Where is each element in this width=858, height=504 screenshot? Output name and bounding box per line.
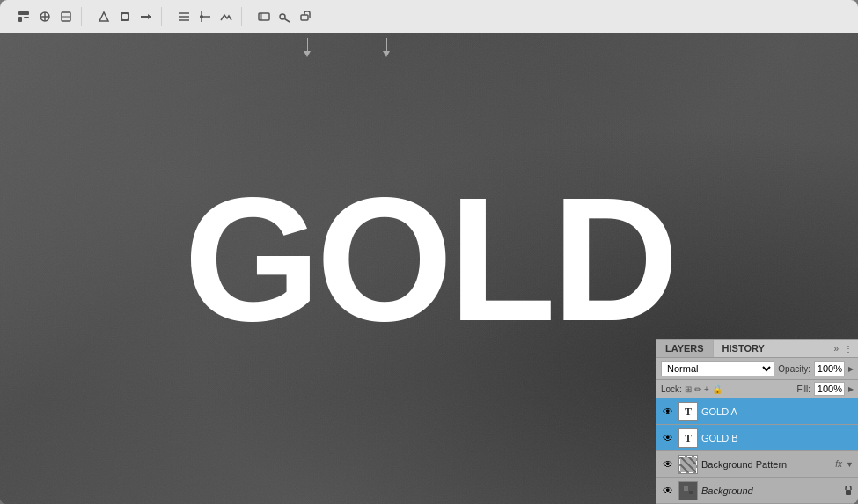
toolbar-group-1 xyxy=(9,7,82,26)
svg-rect-31 xyxy=(684,486,688,491)
svg-rect-33 xyxy=(846,490,851,495)
lock-all-icon[interactable]: 🔒 xyxy=(712,384,722,394)
svg-rect-23 xyxy=(301,15,308,20)
opacity-arrow-icon[interactable]: ▶ xyxy=(848,365,854,373)
layer-thumb-bg xyxy=(678,481,698,500)
svg-marker-12 xyxy=(148,14,151,19)
toolbar-btn-7[interactable] xyxy=(174,7,194,26)
locks-fill-row: Lock: ⊞ ✏ + 🔒 Fill: 100% ▶ xyxy=(656,380,858,398)
svg-point-21 xyxy=(280,14,285,19)
svg-line-22 xyxy=(285,18,290,22)
layer-thumb-gold-b: T xyxy=(678,428,698,448)
svg-rect-2 xyxy=(24,17,29,18)
blend-mode-select[interactable]: Normal Multiply Screen Overlay xyxy=(661,361,774,376)
toolbar-btn-9[interactable] xyxy=(216,7,236,26)
tab-history[interactable]: HISTORY xyxy=(714,340,774,357)
toolbar-btn-6[interactable] xyxy=(136,7,156,26)
layer-name-gold-a: GOLD A xyxy=(701,406,854,417)
svg-rect-32 xyxy=(689,491,693,494)
toolbar-group-2 xyxy=(89,7,162,26)
layer-item-gold-b[interactable]: 👁 T GOLD B xyxy=(656,425,858,451)
tab-menu-icon[interactable]: ⋮ xyxy=(842,344,854,354)
svg-marker-8 xyxy=(99,12,108,21)
toolbar-btn-12[interactable] xyxy=(297,7,316,26)
opacity-input[interactable]: 100% xyxy=(814,361,845,376)
svg-text:T: T xyxy=(685,432,692,444)
layer-name-bg-pattern: Background Pattern xyxy=(701,459,832,470)
layers-list: 👁 T GOLD A 👁 T GOLD B 👁 xyxy=(656,398,858,504)
canvas-area: GOLD LAYERS HISTORY » ⋮ Normal Multiply … xyxy=(0,33,858,504)
toolbar-btn-2[interactable] xyxy=(35,7,55,26)
layer-visibility-bg-pattern[interactable]: 👁 xyxy=(661,457,675,471)
toolbar-btn-3[interactable] xyxy=(56,7,76,26)
layers-tabs-bar: LAYERS HISTORY » ⋮ xyxy=(656,340,858,358)
locks-section: Lock: ⊞ ✏ + 🔒 xyxy=(661,384,793,394)
toolbar-btn-8[interactable] xyxy=(195,7,215,26)
layer-visibility-bg[interactable]: 👁 xyxy=(661,484,675,498)
svg-point-18 xyxy=(200,15,203,18)
opacity-label: Opacity: xyxy=(778,364,810,374)
svg-rect-1 xyxy=(18,17,22,22)
layer-name-gold-b: GOLD B xyxy=(701,433,854,443)
lock-position-icon[interactable]: + xyxy=(704,384,709,394)
canvas-main-text: GOLD xyxy=(184,157,675,360)
fill-label: Fill: xyxy=(796,384,810,394)
layer-thumb-gold-a: T xyxy=(678,402,698,421)
layer-item-gold-a[interactable]: 👁 T GOLD A xyxy=(656,398,858,425)
tab-icons: » ⋮ xyxy=(828,340,858,357)
layer-thumb-bg-pattern xyxy=(678,455,698,474)
toolbar-btn-10[interactable] xyxy=(254,7,274,26)
lock-label: Lock: xyxy=(661,384,682,394)
blend-opacity-row: Normal Multiply Screen Overlay Opacity: … xyxy=(656,358,858,380)
layer-item-background-pattern[interactable]: 👁 Background Pattern fx ▼ xyxy=(656,451,858,478)
fill-input[interactable]: 100% xyxy=(814,382,845,396)
toolbar-btn-11[interactable] xyxy=(275,7,295,26)
lock-image-icon[interactable]: ✏ xyxy=(694,384,701,394)
layer-visibility-gold-a[interactable]: 👁 xyxy=(661,405,675,419)
layer-fx-bg-pattern: fx xyxy=(835,459,842,469)
svg-rect-19 xyxy=(259,13,269,20)
tab-expand-icon[interactable]: » xyxy=(832,344,840,354)
layer-visibility-gold-b[interactable]: 👁 xyxy=(661,431,675,445)
fill-arrow-icon[interactable]: ▶ xyxy=(848,385,854,393)
app-window: GOLD LAYERS HISTORY » ⋮ Normal Multiply … xyxy=(0,0,858,504)
svg-rect-10 xyxy=(122,14,128,19)
toolbar-group-3 xyxy=(169,7,242,26)
svg-rect-0 xyxy=(18,11,29,15)
lock-transparent-icon[interactable]: ⊞ xyxy=(685,384,692,394)
layer-item-background[interactable]: 👁 Background xyxy=(656,478,858,504)
svg-text:T: T xyxy=(685,405,692,418)
toolbar xyxy=(0,0,858,33)
toolbar-btn-1[interactable] xyxy=(14,7,33,26)
layer-name-bg: Background xyxy=(701,486,840,496)
toolbar-btn-4[interactable] xyxy=(94,7,114,26)
toolbar-group-4 xyxy=(249,7,321,26)
layers-panel: LAYERS HISTORY » ⋮ Normal Multiply Scree… xyxy=(656,339,858,504)
toolbar-btn-5[interactable] xyxy=(115,7,135,26)
layer-lock-bg xyxy=(843,486,854,496)
layer-fx-arrow[interactable]: ▼ xyxy=(846,460,854,469)
